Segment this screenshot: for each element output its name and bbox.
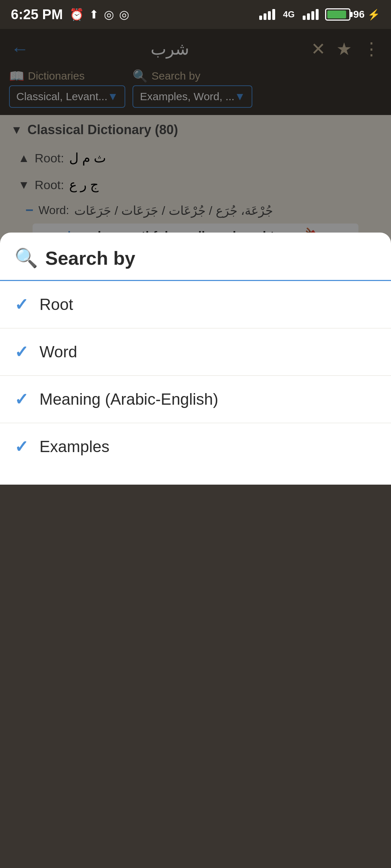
bar3: [268, 11, 271, 20]
option-label-examples: Examples: [39, 438, 109, 456]
charging-icon: ⚡: [367, 9, 380, 21]
status-time: 6:25 PM: [11, 7, 63, 22]
sheet-search-icon: 🔍: [14, 247, 38, 269]
option-examples[interactable]: ✓ Examples: [0, 423, 391, 470]
option-word[interactable]: ✓ Word: [0, 328, 391, 376]
circle-icon1: ◎: [104, 8, 114, 21]
circle-icon2: ◎: [119, 8, 129, 21]
option-root[interactable]: ✓ Root: [0, 281, 391, 328]
bar8: [316, 9, 319, 20]
option-meaning[interactable]: ✓ Meaning (Arabic-English): [0, 376, 391, 423]
bottom-sheet: 🔍 Search by ✓ Root ✓ Word ✓ Meaning (Ara…: [0, 233, 391, 485]
status-right: 4G 96 ⚡: [259, 8, 380, 21]
battery-fill: [327, 10, 346, 18]
status-bar: 6:25 PM ⏰ ⬆ ◎ ◎ 4G 96 ⚡: [0, 0, 391, 29]
option-label-meaning: Meaning (Arabic-English): [39, 390, 218, 408]
check-examples: ✓: [14, 437, 29, 456]
sheet-options: ✓ Root ✓ Word ✓ Meaning (Arabic-English)…: [0, 281, 391, 470]
alarm-icon: ⏰: [70, 8, 84, 21]
status-left: 6:25 PM ⏰ ⬆ ◎ ◎: [11, 7, 129, 22]
bar7: [311, 11, 314, 20]
bar2: [264, 13, 266, 20]
lte-label: 4G: [283, 9, 295, 20]
app-container: ← شرب ✕ ★ ⋮ 📖 Dictionaries Classical, Le…: [0, 29, 391, 485]
signal-bars-2: [303, 9, 319, 20]
battery-pct: 96: [353, 9, 365, 20]
status-icons: ⏰ ⬆ ◎ ◎: [70, 8, 129, 21]
bar1: [259, 16, 262, 20]
bar4: [272, 9, 275, 20]
option-label-word: Word: [39, 343, 77, 361]
check-meaning: ✓: [14, 390, 29, 409]
sheet-title: Search by: [45, 247, 135, 269]
battery: [325, 8, 350, 21]
bar5: [303, 16, 306, 20]
bar6: [307, 13, 310, 20]
signal-bars-1: [259, 9, 275, 20]
bottom-sheet-header: 🔍 Search by: [0, 233, 391, 281]
check-root: ✓: [14, 295, 29, 314]
option-label-root: Root: [39, 295, 73, 314]
battery-container: 96 ⚡: [325, 8, 380, 21]
upload-icon: ⬆: [89, 8, 99, 21]
check-word: ✓: [14, 342, 29, 362]
